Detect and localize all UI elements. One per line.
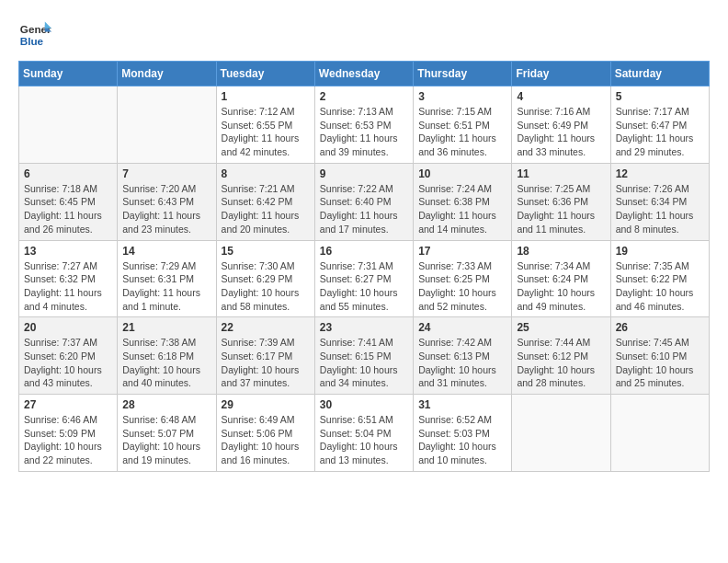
day-cell: 26Sunrise: 7:45 AM Sunset: 6:10 PM Dayli… (610, 317, 709, 395)
day-info: Sunrise: 6:51 AM Sunset: 5:04 PM Dayligh… (320, 413, 408, 467)
day-cell: 19Sunrise: 7:35 AM Sunset: 6:22 PM Dayli… (610, 240, 709, 317)
week-row-1: 1Sunrise: 7:12 AM Sunset: 6:55 PM Daylig… (19, 86, 710, 164)
day-cell (610, 395, 709, 472)
day-info: Sunrise: 6:46 AM Sunset: 5:09 PM Dayligh… (24, 413, 112, 467)
day-cell: 11Sunrise: 7:25 AM Sunset: 6:36 PM Dayli… (512, 163, 610, 240)
day-number: 6 (24, 167, 112, 180)
header-cell-saturday: Saturday (610, 62, 709, 86)
day-cell: 14Sunrise: 7:29 AM Sunset: 6:31 PM Dayli… (118, 240, 216, 317)
day-info: Sunrise: 7:22 AM Sunset: 6:40 PM Dayligh… (320, 182, 408, 236)
day-info: Sunrise: 7:39 AM Sunset: 6:17 PM Dayligh… (222, 336, 310, 390)
day-info: Sunrise: 7:24 AM Sunset: 6:38 PM Dayligh… (418, 182, 506, 236)
day-number: 11 (517, 167, 605, 180)
day-cell: 7Sunrise: 7:20 AM Sunset: 6:43 PM Daylig… (118, 163, 216, 240)
week-row-5: 27Sunrise: 6:46 AM Sunset: 5:09 PM Dayli… (19, 395, 710, 472)
day-info: Sunrise: 7:17 AM Sunset: 6:47 PM Dayligh… (616, 105, 704, 159)
header-cell-sunday: Sunday (19, 62, 118, 86)
day-number: 16 (320, 245, 408, 258)
day-info: Sunrise: 7:38 AM Sunset: 6:18 PM Dayligh… (122, 336, 210, 390)
day-number: 1 (222, 90, 310, 103)
day-cell: 18Sunrise: 7:34 AM Sunset: 6:24 PM Dayli… (512, 240, 610, 317)
day-info: Sunrise: 7:29 AM Sunset: 6:31 PM Dayligh… (122, 259, 210, 314)
day-number: 27 (24, 398, 112, 411)
header-cell-friday: Friday (512, 62, 610, 86)
calendar-body: 1Sunrise: 7:12 AM Sunset: 6:55 PM Daylig… (19, 86, 710, 472)
day-number: 30 (320, 398, 408, 411)
day-cell: 12Sunrise: 7:26 AM Sunset: 6:34 PM Dayli… (610, 163, 709, 240)
day-cell: 28Sunrise: 6:48 AM Sunset: 5:07 PM Dayli… (118, 395, 216, 472)
day-cell: 29Sunrise: 6:49 AM Sunset: 5:06 PM Dayli… (216, 395, 314, 472)
day-cell: 8Sunrise: 7:21 AM Sunset: 6:42 PM Daylig… (216, 163, 314, 240)
day-info: Sunrise: 6:49 AM Sunset: 5:06 PM Dayligh… (222, 413, 310, 467)
day-info: Sunrise: 7:42 AM Sunset: 6:13 PM Dayligh… (418, 336, 506, 390)
day-number: 14 (122, 245, 210, 258)
day-number: 20 (24, 321, 112, 334)
day-cell: 6Sunrise: 7:18 AM Sunset: 6:45 PM Daylig… (19, 163, 118, 240)
day-info: Sunrise: 7:31 AM Sunset: 6:27 PM Dayligh… (320, 259, 408, 314)
logo-icon: General Blue (18, 18, 51, 52)
day-cell: 1Sunrise: 7:12 AM Sunset: 6:55 PM Daylig… (216, 86, 314, 164)
day-number: 21 (122, 321, 210, 334)
day-number: 19 (616, 245, 704, 258)
day-cell: 9Sunrise: 7:22 AM Sunset: 6:40 PM Daylig… (314, 163, 413, 240)
day-cell: 31Sunrise: 6:52 AM Sunset: 5:03 PM Dayli… (414, 395, 512, 472)
day-info: Sunrise: 7:26 AM Sunset: 6:34 PM Dayligh… (616, 182, 704, 236)
day-cell: 21Sunrise: 7:38 AM Sunset: 6:18 PM Dayli… (118, 317, 216, 395)
day-info: Sunrise: 7:41 AM Sunset: 6:15 PM Dayligh… (320, 336, 408, 390)
day-number: 18 (517, 245, 605, 258)
day-number: 12 (616, 167, 704, 180)
day-info: Sunrise: 7:37 AM Sunset: 6:20 PM Dayligh… (24, 336, 112, 390)
day-number: 8 (222, 167, 310, 180)
day-cell: 5Sunrise: 7:17 AM Sunset: 6:47 PM Daylig… (610, 86, 709, 164)
day-info: Sunrise: 7:21 AM Sunset: 6:42 PM Dayligh… (222, 182, 310, 236)
day-info: Sunrise: 7:25 AM Sunset: 6:36 PM Dayligh… (517, 182, 605, 236)
day-number: 25 (517, 321, 605, 334)
day-number: 4 (517, 90, 605, 103)
day-number: 5 (616, 90, 704, 103)
day-info: Sunrise: 7:15 AM Sunset: 6:51 PM Dayligh… (418, 105, 506, 159)
day-info: Sunrise: 6:48 AM Sunset: 5:07 PM Dayligh… (122, 413, 210, 467)
day-cell: 27Sunrise: 6:46 AM Sunset: 5:09 PM Dayli… (19, 395, 118, 472)
day-number: 26 (616, 321, 704, 334)
day-number: 15 (222, 245, 310, 258)
day-cell: 3Sunrise: 7:15 AM Sunset: 6:51 PM Daylig… (414, 86, 512, 164)
day-cell: 10Sunrise: 7:24 AM Sunset: 6:38 PM Dayli… (414, 163, 512, 240)
day-number: 7 (122, 167, 210, 180)
day-number: 24 (418, 321, 506, 334)
day-cell (118, 86, 216, 164)
day-info: Sunrise: 6:52 AM Sunset: 5:03 PM Dayligh… (418, 413, 506, 467)
day-number: 2 (320, 90, 408, 103)
week-row-4: 20Sunrise: 7:37 AM Sunset: 6:20 PM Dayli… (19, 317, 710, 395)
day-number: 22 (222, 321, 310, 334)
day-info: Sunrise: 7:16 AM Sunset: 6:49 PM Dayligh… (517, 105, 605, 159)
header-cell-thursday: Thursday (414, 62, 512, 86)
day-info: Sunrise: 7:27 AM Sunset: 6:32 PM Dayligh… (24, 259, 112, 314)
day-cell: 17Sunrise: 7:33 AM Sunset: 6:25 PM Dayli… (414, 240, 512, 317)
header-cell-tuesday: Tuesday (216, 62, 314, 86)
week-row-3: 13Sunrise: 7:27 AM Sunset: 6:32 PM Dayli… (19, 240, 710, 317)
day-info: Sunrise: 7:45 AM Sunset: 6:10 PM Dayligh… (616, 336, 704, 390)
day-info: Sunrise: 7:35 AM Sunset: 6:22 PM Dayligh… (616, 259, 704, 314)
day-cell (512, 395, 610, 472)
day-info: Sunrise: 7:33 AM Sunset: 6:25 PM Dayligh… (418, 259, 506, 314)
day-number: 29 (222, 398, 310, 411)
day-info: Sunrise: 7:34 AM Sunset: 6:24 PM Dayligh… (517, 259, 605, 314)
day-number: 9 (320, 167, 408, 180)
logo: General Blue (18, 18, 55, 52)
day-cell: 20Sunrise: 7:37 AM Sunset: 6:20 PM Dayli… (19, 317, 118, 395)
calendar-table: SundayMondayTuesdayWednesdayThursdayFrid… (18, 61, 710, 472)
day-cell: 13Sunrise: 7:27 AM Sunset: 6:32 PM Dayli… (19, 240, 118, 317)
day-number: 31 (418, 398, 506, 411)
day-cell: 2Sunrise: 7:13 AM Sunset: 6:53 PM Daylig… (314, 86, 413, 164)
day-number: 13 (24, 245, 112, 258)
day-cell: 30Sunrise: 6:51 AM Sunset: 5:04 PM Dayli… (314, 395, 413, 472)
day-cell: 4Sunrise: 7:16 AM Sunset: 6:49 PM Daylig… (512, 86, 610, 164)
day-cell (19, 86, 118, 164)
day-info: Sunrise: 7:18 AM Sunset: 6:45 PM Dayligh… (24, 182, 112, 236)
page-header: General Blue (18, 18, 710, 52)
day-cell: 16Sunrise: 7:31 AM Sunset: 6:27 PM Dayli… (314, 240, 413, 317)
header-cell-monday: Monday (118, 62, 216, 86)
day-cell: 15Sunrise: 7:30 AM Sunset: 6:29 PM Dayli… (216, 240, 314, 317)
day-info: Sunrise: 7:20 AM Sunset: 6:43 PM Dayligh… (122, 182, 210, 236)
calendar-header: SundayMondayTuesdayWednesdayThursdayFrid… (19, 62, 710, 86)
